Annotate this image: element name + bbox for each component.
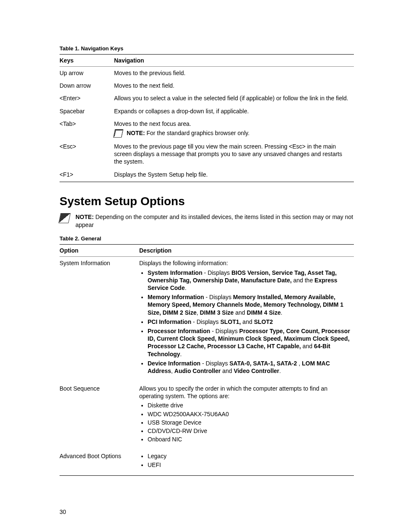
list-item: System Information - Displays BIOS Versi… <box>148 269 351 292</box>
t: - Displays <box>203 269 231 276</box>
sysinfo-list: System Information - Displays BIOS Versi… <box>139 269 351 375</box>
document-page: Table 1. Navigation Keys Keys Navigation… <box>0 0 400 532</box>
list-item: Diskette drive <box>148 402 351 409</box>
navigation-keys-table: Keys Navigation Up arrow Moves to the pr… <box>60 54 354 182</box>
key-cell: <Enter> <box>60 92 114 104</box>
list-item: Legacy <box>148 452 351 460</box>
inline-note: NOTE: For the standard graphics browser … <box>114 129 351 138</box>
note-icon <box>58 213 70 223</box>
option-cell: Boot Sequence <box>60 382 139 450</box>
page-number: 30 <box>60 509 66 515</box>
t: . <box>180 351 182 357</box>
section-heading: System Setup Options <box>60 195 354 208</box>
section-note: NOTE: Depending on the computer and its … <box>60 213 354 229</box>
desc-cell: Legacy UEFI <box>139 450 354 475</box>
table-row: Spacebar Expands or collapses a drop-dow… <box>60 105 354 117</box>
bullet-lead: Memory Information <box>148 294 204 300</box>
t: SATA-0, SATA-1, SATA-2 <box>229 360 297 367</box>
note-label: NOTE: <box>127 130 145 136</box>
table-row: System Information Displays the followin… <box>60 257 354 382</box>
nav-cell: Moves to the next field. <box>114 79 354 92</box>
key-cell: Up arrow <box>60 67 114 80</box>
adv-list: Legacy UEFI <box>139 452 351 468</box>
bullet-lead: System Information <box>148 269 203 276</box>
table-row: <Enter> Allows you to select a value in … <box>60 92 354 104</box>
desc-cell: Allows you to specify the order in which… <box>139 382 354 450</box>
note-text: NOTE: Depending on the computer and its … <box>75 213 354 229</box>
t: , <box>297 360 302 367</box>
table-row: <Esc> Moves to the previous page till yo… <box>60 140 354 168</box>
nav-text: Moves to the next focus area. <box>114 120 351 128</box>
t: - Displays <box>191 318 220 325</box>
table-row: Up arrow Moves to the previous field. <box>60 67 354 80</box>
table-row: <Tab> Moves to the next focus area. NOTE… <box>60 117 354 140</box>
note-body: Depending on the computer and its instal… <box>75 214 353 228</box>
nav-cell: Displays the System Setup help file. <box>114 168 354 182</box>
nav-cell: Moves to the next focus area. NOTE: For … <box>114 117 354 140</box>
t: - Displays <box>204 294 233 300</box>
general-options-table: Option Description System Information Di… <box>60 244 354 475</box>
table1-header-nav: Navigation <box>114 55 354 67</box>
desc-cell: Displays the following information: Syst… <box>139 257 354 382</box>
note-body: For the standard graphics browser only. <box>145 130 250 136</box>
note-label: NOTE: <box>75 214 94 220</box>
t: DIMM 4 Size <box>247 309 281 316</box>
nav-cell: Expands or collapses a drop-down list, i… <box>114 105 354 117</box>
key-cell: <Esc> <box>60 140 114 168</box>
nav-cell: Allows you to select a value in the sele… <box>114 92 354 104</box>
table2-caption: Table 2. General <box>60 235 354 242</box>
t: and <box>241 318 254 325</box>
table-row: Advanced Boot Options Legacy UEFI <box>60 450 354 475</box>
list-item: Memory Information - Displays Memory Ins… <box>148 293 351 316</box>
key-cell: Spacebar <box>60 105 114 117</box>
t: and <box>301 343 314 349</box>
list-item: WDC WD2500AAKX-75U6AA0 <box>148 410 351 418</box>
list-item: USB Storage Device <box>148 419 351 426</box>
t: SLOT1, <box>220 318 241 325</box>
t: . <box>279 368 281 374</box>
boot-list: Diskette drive WDC WD2500AAKX-75U6AA0 US… <box>139 402 351 443</box>
list-item: PCI Information - Displays SLOT1, and SL… <box>148 318 351 326</box>
table-row: Down arrow Moves to the next field. <box>60 79 354 92</box>
list-item: Processor Information - Displays Process… <box>148 327 351 358</box>
t: and <box>234 309 247 316</box>
intro-text: Allows you to specify the order in which… <box>139 385 351 400</box>
t: DIMM 3 Size <box>200 309 234 316</box>
table1-header-row: Keys Navigation <box>60 55 354 67</box>
table-row: <F1> Displays the System Setup help file… <box>60 168 354 182</box>
t: . <box>281 309 282 316</box>
t: . <box>185 284 187 291</box>
bullet-lead: Processor Information <box>148 328 210 334</box>
table1-caption: Table 1. Navigation Keys <box>60 45 354 52</box>
table1-header-keys: Keys <box>60 55 114 67</box>
option-cell: System Information <box>60 257 139 382</box>
bullet-lead: PCI Information <box>148 318 191 325</box>
list-item: CD/DVD/CD-RW Drive <box>148 427 351 435</box>
list-item: UEFI <box>148 461 351 469</box>
nav-cell: Moves to the previous page till you view… <box>114 140 354 168</box>
t: , <box>171 368 174 374</box>
key-cell: <F1> <box>60 168 114 182</box>
t: - Displays <box>210 328 239 334</box>
table2-header-row: Option Description <box>60 245 354 257</box>
table2-header-option: Option <box>60 245 139 257</box>
key-cell: Down arrow <box>60 79 114 92</box>
list-item: Device Information - Displays SATA-0, SA… <box>148 360 351 375</box>
table-row: Boot Sequence Allows you to specify the … <box>60 382 354 450</box>
option-cell: Advanced Boot Options <box>60 450 139 475</box>
list-item: Onboard NIC <box>148 436 351 443</box>
t: Video Controller <box>234 368 279 374</box>
key-cell: <Tab> <box>60 117 114 140</box>
bullet-lead: Device Information <box>148 360 200 367</box>
t: - Displays <box>200 360 229 367</box>
t: and the <box>292 277 315 284</box>
table2-header-desc: Description <box>139 245 354 257</box>
t: SLOT2 <box>254 318 273 325</box>
note-text: NOTE: For the standard graphics browser … <box>127 129 249 137</box>
nav-cell: Moves to the previous field. <box>114 67 354 80</box>
intro-text: Displays the following information: <box>139 259 351 267</box>
t: and <box>221 368 234 374</box>
note-icon <box>113 129 123 138</box>
t: Audio Controller <box>174 368 221 374</box>
